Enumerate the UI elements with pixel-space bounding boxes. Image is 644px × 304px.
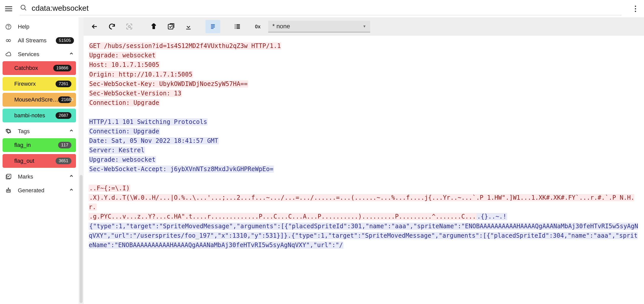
service-count-badge: 19866	[53, 65, 71, 71]
sidebar-generated-label: Generated	[18, 187, 63, 194]
svg-rect-15	[168, 24, 173, 29]
svg-point-8	[7, 191, 8, 191]
tag-label: flag_in	[14, 142, 31, 148]
sidebar-marks-header[interactable]: Marks	[3, 170, 76, 184]
svg-rect-16	[186, 29, 191, 30]
find-button[interactable]	[122, 20, 137, 33]
sidebar-marks-label: Marks	[18, 173, 63, 180]
service-count-badge: 21683	[58, 96, 71, 103]
svg-line-1	[25, 9, 26, 10]
service-label: Catchbox	[14, 65, 38, 71]
tag-label: flag_out	[14, 158, 34, 164]
service-item[interactable]: MouseAndScre…21683	[3, 93, 76, 107]
download-button[interactable]	[181, 20, 196, 33]
service-item[interactable]: Catchbox19866	[3, 61, 76, 75]
sidebar-help-label: Help	[18, 23, 74, 30]
help-icon	[5, 24, 12, 30]
marks-icon	[5, 174, 12, 180]
stream-content[interactable]: GET /hubs/session?id=1s4S12MD2f4VUxthu2q…	[84, 36, 644, 304]
converter-select[interactable]: * none ▼	[268, 21, 370, 32]
svg-line-13	[130, 27, 131, 28]
svg-rect-7	[6, 189, 10, 192]
mark-button[interactable]	[164, 20, 178, 33]
sidebar: Help All Streams 51505 Services Catchbox…	[0, 17, 79, 304]
sidebar-all-streams-label: All Streams	[18, 37, 50, 44]
svg-point-4	[7, 130, 7, 130]
chevron-up-icon	[69, 173, 74, 180]
service-label: Fireworx	[14, 81, 36, 87]
back-button[interactable]	[87, 20, 102, 33]
cloud-icon	[5, 51, 12, 57]
sidebar-generated-header[interactable]: Generated	[3, 184, 76, 197]
sidebar-help[interactable]: Help	[3, 20, 76, 34]
svg-point-3	[8, 28, 8, 28]
sidebar-tags-label: Tags	[18, 128, 63, 135]
service-count-badge: 2687	[56, 112, 71, 119]
view-text-button[interactable]	[205, 20, 220, 33]
search-bar	[20, 2, 622, 15]
robot-icon	[5, 187, 12, 194]
svg-point-11	[8, 188, 9, 188]
converter-select-value: * none	[272, 23, 290, 30]
sidebar-scrollbar[interactable]	[79, 17, 84, 304]
infinity-icon	[5, 37, 12, 44]
service-label: MouseAndScre…	[14, 96, 58, 103]
chevron-up-icon	[69, 187, 74, 194]
tag-count-badge: 3651	[56, 158, 71, 164]
content-toolbar: 0x * none ▼	[84, 17, 644, 36]
tag-count-badge: 117	[58, 142, 71, 148]
sidebar-tags-header[interactable]: Tags	[3, 124, 76, 138]
chevron-up-icon	[69, 128, 74, 135]
hex-toggle[interactable]: 0x	[247, 24, 266, 30]
sidebar-services-header[interactable]: Services	[3, 47, 76, 61]
tag-icon	[5, 128, 12, 134]
all-streams-count-badge: 51505	[56, 37, 74, 44]
sidebar-all-streams[interactable]: All Streams 51505	[3, 34, 76, 47]
sidebar-services-label: Services	[18, 51, 63, 58]
cyberchef-button[interactable]	[146, 20, 161, 33]
menu-button[interactable]	[5, 5, 12, 12]
service-count-badge: 7261	[56, 81, 71, 87]
service-item[interactable]: bambi-notes2687	[3, 109, 76, 122]
service-label: bambi-notes	[14, 112, 45, 119]
tag-item[interactable]: flag_out3651	[3, 154, 76, 168]
more-menu-button[interactable]	[632, 6, 639, 12]
view-list-button[interactable]	[230, 20, 245, 33]
tag-item[interactable]: flag_in117	[3, 138, 76, 152]
search-input[interactable]	[32, 4, 622, 12]
svg-rect-14	[152, 26, 155, 29]
svg-point-0	[21, 5, 25, 9]
refresh-button[interactable]	[105, 20, 119, 33]
dropdown-icon: ▼	[363, 24, 366, 28]
chevron-up-icon	[69, 51, 74, 58]
svg-point-9	[9, 191, 10, 191]
service-item[interactable]: Fireworx7261	[3, 77, 76, 91]
search-icon	[20, 4, 27, 12]
